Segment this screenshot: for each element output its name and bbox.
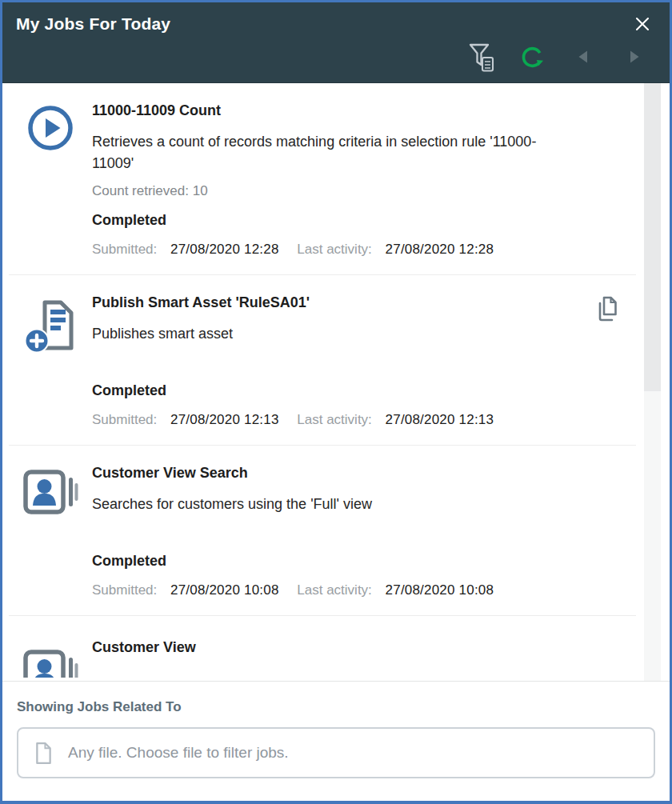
previous-page-icon [575,49,591,65]
filter-jobs-button[interactable] [466,42,495,72]
next-page-icon [626,49,642,65]
toolbar [2,35,670,72]
my-jobs-panel: My Jobs For Today [0,0,672,804]
job-description: Publishes smart asset [92,323,572,345]
run-count-icon [27,105,74,151]
close-icon [633,14,652,34]
refresh-icon [520,45,545,70]
job-item-customer-view-search[interactable]: Customer View Search Searches for custom… [9,446,636,616]
job-result [92,354,578,374]
last-activity-value: 27/08/2020 10:08 [386,582,494,598]
copy-icon [595,295,619,322]
showing-jobs-related-to-label: Showing Jobs Related To [17,699,655,715]
titlebar: My Jobs For Today [2,2,670,83]
job-description: Retrieves a count of records matching cr… [92,131,572,174]
job-meta: Submitted: 27/08/2020 12:28 Last activit… [92,242,578,274]
submitted-value: 27/08/2020 12:13 [170,412,279,427]
filter-jobs-icon [468,42,494,72]
job-title: 11000-11009 Count [92,102,578,119]
job-item-customer-view[interactable]: Customer View [9,616,636,678]
file-icon [34,742,53,765]
footer: Showing Jobs Related To Any file. Choose… [2,681,670,801]
job-list: 11000-11009 Count Retrieves a count of r… [2,83,670,681]
job-meta: Submitted: 27/08/2020 12:13 Last activit… [92,412,578,445]
scrollbar-track[interactable] [644,83,661,681]
previous-page-button[interactable] [569,42,598,72]
last-activity-label: Last activity: [297,582,372,598]
job-title: Customer View Search [92,465,578,482]
last-activity-label: Last activity: [297,242,372,257]
submitted-label: Submitted: [92,582,157,598]
last-activity-label: Last activity: [297,412,372,427]
submitted-value: 27/08/2020 10:08 [170,582,279,598]
job-result [92,524,578,545]
job-status: Completed [92,382,578,399]
close-button[interactable] [631,13,654,35]
job-title: Customer View [92,639,578,656]
job-status: Completed [92,553,578,570]
job-meta: Submitted: 27/08/2020 10:08 Last activit… [92,582,578,615]
last-activity-value: 27/08/2020 12:13 [386,412,494,427]
panel-title: My Jobs For Today [16,14,170,34]
scrollbar-thumb[interactable] [644,83,661,391]
refresh-button[interactable] [518,42,546,72]
last-activity-value: 27/08/2020 12:28 [386,242,494,257]
job-title: Publish Smart Asset 'RuleSA01' [92,294,578,311]
job-item-count[interactable]: 11000-11009 Count Retrieves a count of r… [9,83,636,275]
copy-job-button[interactable] [595,295,619,322]
job-status: Completed [92,212,578,229]
customer-view-search-icon [22,467,78,517]
file-filter-placeholder: Any file. Choose file to filter jobs. [68,744,289,762]
next-page-button[interactable] [620,42,649,72]
submitted-label: Submitted: [92,412,157,427]
job-result: Count retrieved: 10 [92,183,578,204]
job-item-publish-smart-asset[interactable]: Publish Smart Asset 'RuleSA01' Publishes… [9,275,636,446]
customer-view-icon [22,647,78,678]
file-filter-input[interactable]: Any file. Choose file to filter jobs. [17,727,655,778]
publish-smart-asset-icon [25,297,76,354]
job-description: Searches for customers using the 'Full' … [92,494,572,515]
submitted-value: 27/08/2020 12:28 [170,242,279,257]
submitted-label: Submitted: [92,242,157,257]
